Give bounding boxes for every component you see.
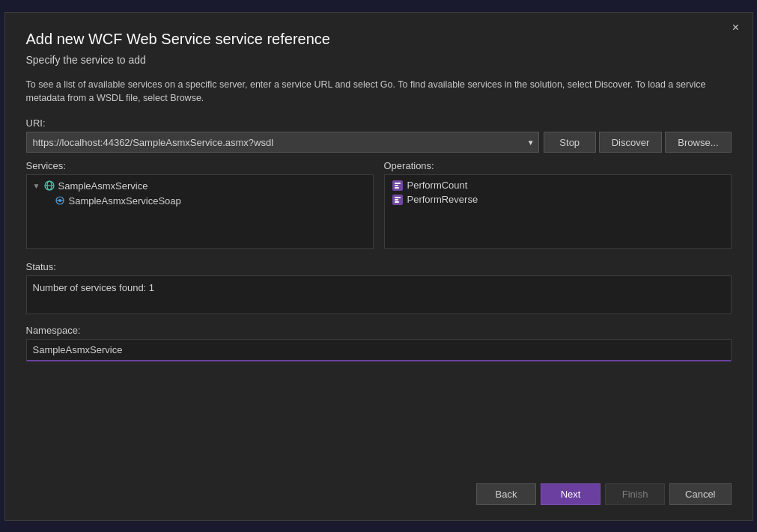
operation-icon-0	[392, 180, 403, 191]
status-section: Status: Number of services found: 1	[26, 261, 732, 314]
backdrop: × Add new WCF Web Service service refere…	[0, 0, 757, 532]
services-content[interactable]: ▼ SampleAsmxService	[26, 174, 374, 249]
svg-rect-13	[395, 199, 398, 201]
operations-label: Operations:	[384, 160, 732, 171]
namespace-input[interactable]	[26, 339, 732, 361]
dialog-title: Add new WCF Web Service service referenc…	[26, 31, 732, 48]
uri-button-group: Stop Discover Browse...	[544, 132, 732, 153]
browse-button[interactable]: Browse...	[665, 132, 731, 153]
operation-item-0[interactable]: PerformCount	[388, 178, 728, 192]
operation-icon-1	[392, 195, 403, 205]
svg-rect-14	[395, 201, 399, 203]
next-button[interactable]: Next	[541, 483, 601, 505]
namespace-section: Namespace:	[26, 325, 732, 361]
dialog-footer: Back Next Finish Cancel	[26, 476, 732, 505]
svg-point-4	[58, 199, 61, 202]
operation-label-0: PerformCount	[407, 180, 468, 191]
namespace-label: Namespace:	[26, 325, 732, 336]
discover-button[interactable]: Discover	[599, 132, 663, 153]
status-box: Number of services found: 1	[26, 275, 732, 314]
uri-input[interactable]	[26, 132, 539, 153]
status-text: Number of services found: 1	[33, 282, 155, 293]
uri-row: ▼ Stop Discover Browse...	[26, 132, 732, 153]
uri-label: URI:	[26, 117, 732, 129]
svg-rect-9	[395, 185, 398, 186]
svg-rect-10	[395, 187, 399, 189]
service-root-label: SampleAsmxService	[58, 180, 148, 192]
operation-label-1: PerformReverse	[407, 194, 478, 205]
dialog: × Add new WCF Web Service service refere…	[4, 12, 753, 521]
dialog-description: To see a list of available services on a…	[26, 78, 732, 106]
interface-icon	[54, 195, 66, 207]
globe-icon	[43, 180, 55, 192]
service-child-label: SampleAsmxServiceSoap	[69, 195, 181, 207]
cancel-button[interactable]: Cancel	[669, 483, 731, 505]
status-label: Status:	[26, 261, 732, 272]
operations-content[interactable]: PerformCount PerformReverse	[384, 174, 732, 249]
svg-rect-8	[395, 183, 401, 184]
services-panel: Services: ▼ SampleAsmxService	[26, 160, 374, 249]
uri-input-wrapper: ▼	[26, 132, 539, 153]
operations-panel: Operations: PerformCount	[384, 160, 732, 249]
operation-item-1[interactable]: PerformReverse	[388, 192, 728, 207]
service-child-item[interactable]: SampleAsmxServiceSoap	[30, 193, 370, 208]
dialog-subtitle: Specify the service to add	[26, 54, 732, 66]
tree-expand-icon: ▼	[33, 182, 40, 190]
stop-button[interactable]: Stop	[544, 132, 596, 153]
finish-button: Finish	[605, 483, 665, 505]
services-label: Services:	[26, 160, 374, 171]
close-button[interactable]: ×	[729, 20, 744, 35]
svg-rect-12	[395, 197, 401, 198]
service-root-item[interactable]: ▼ SampleAsmxService	[30, 178, 370, 193]
panels-row: Services: ▼ SampleAsmxService	[26, 160, 732, 249]
back-button[interactable]: Back	[476, 483, 536, 505]
